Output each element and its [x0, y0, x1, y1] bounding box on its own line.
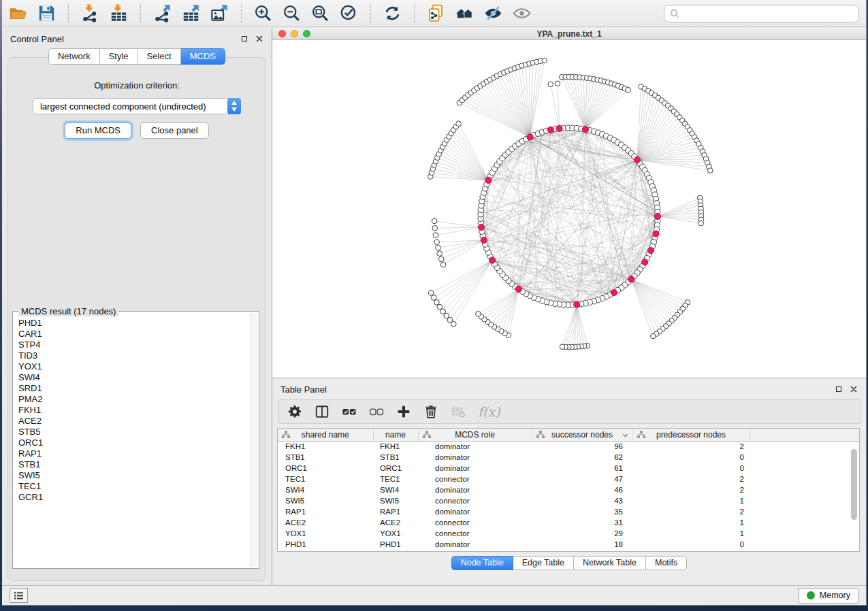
column-header-predecessor-nodes[interactable]: predecessor nodes: [632, 429, 750, 441]
export-table-icon[interactable]: [182, 4, 200, 22]
table-cell[interactable]: TEC1: [373, 474, 418, 484]
clone-network-icon[interactable]: [427, 4, 445, 22]
mcds-result-node[interactable]: SRD1: [18, 383, 248, 394]
open-folder-icon[interactable]: [9, 4, 27, 22]
plus-icon[interactable]: [396, 404, 411, 419]
table-cell[interactable]: 18: [532, 539, 632, 550]
table-cell[interactable]: 61: [532, 463, 632, 474]
search-box[interactable]: [664, 5, 859, 22]
table-cell[interactable]: connector: [418, 495, 532, 506]
show-eye-icon[interactable]: [513, 4, 531, 22]
export-network-icon[interactable]: [153, 4, 172, 22]
table-row[interactable]: TEC1TEC1connector472: [278, 474, 859, 484]
table-cell[interactable]: dominator: [418, 539, 532, 550]
mcds-result-node[interactable]: PHD1: [18, 318, 248, 329]
table-cell[interactable]: ACE2: [278, 517, 373, 528]
result-scrollbar[interactable]: [250, 313, 257, 567]
mcds-result-node[interactable]: GCR1: [18, 492, 248, 503]
export-image-icon[interactable]: [210, 4, 229, 22]
table-cell[interactable]: 35: [532, 506, 632, 517]
column-header-name[interactable]: name: [373, 429, 418, 441]
tab-network-table[interactable]: Network Table: [574, 556, 646, 570]
table-cell[interactable]: connector: [418, 474, 532, 484]
tab-select[interactable]: Select: [138, 48, 181, 65]
criterion-select[interactable]: largest connected component (undirected): [33, 98, 241, 114]
refresh-icon[interactable]: [383, 4, 402, 22]
check-pair-icon[interactable]: [342, 404, 357, 419]
table-row[interactable]: RAP1RAP1dominator352: [278, 506, 859, 517]
table-cell[interactable]: dominator: [418, 506, 532, 517]
float-panel-icon[interactable]: [240, 35, 248, 43]
column-header-shared-name[interactable]: shared name: [278, 429, 373, 441]
zoom-out-icon[interactable]: [283, 4, 301, 22]
table-cell[interactable]: SWI4: [373, 484, 418, 495]
mcds-result-node[interactable]: SWI5: [18, 470, 248, 481]
table-cell[interactable]: STB1: [278, 452, 373, 463]
column-header-successor-nodes[interactable]: successor nodes: [532, 429, 632, 441]
table-cell[interactable]: 31: [532, 517, 632, 528]
table-cell[interactable]: RAP1: [278, 506, 373, 517]
table-cell[interactable]: dominator: [418, 484, 532, 495]
mcds-result-node[interactable]: YOX1: [18, 361, 248, 372]
search-input[interactable]: [680, 8, 854, 18]
table-row[interactable]: ORC1ORC1dominator610: [278, 463, 859, 474]
mcds-result-node[interactable]: STB1: [18, 459, 248, 470]
memory-button[interactable]: Memory: [799, 588, 858, 604]
table-cell[interactable]: dominator: [418, 452, 532, 463]
table-cell[interactable]: connector: [418, 517, 532, 528]
table-cell[interactable]: ORC1: [373, 463, 418, 474]
table-row[interactable]: ACE2ACE2connector311: [278, 517, 859, 528]
import-network-icon[interactable]: [81, 4, 99, 22]
table-cell[interactable]: 2: [632, 484, 750, 495]
sort-descending-icon[interactable]: [621, 431, 630, 440]
maximize-window-icon[interactable]: [303, 30, 310, 37]
mcds-result-node[interactable]: ORC1: [18, 437, 248, 448]
table-cell[interactable]: dominator: [418, 441, 532, 452]
table-cell[interactable]: 0: [632, 539, 750, 550]
table-row[interactable]: FKH1FKH1dominator962: [278, 441, 859, 452]
tab-mcds[interactable]: MCDS: [181, 48, 225, 65]
table-scrollbar[interactable]: [851, 449, 857, 520]
table-cell[interactable]: 2: [632, 506, 750, 517]
minimize-window-icon[interactable]: [291, 30, 298, 37]
table-cell[interactable]: SWI5: [278, 495, 373, 506]
table-row[interactable]: YOX1YOX1connector291: [278, 528, 859, 539]
mcds-result-node[interactable]: SWI4: [18, 372, 248, 383]
table-cell[interactable]: STB1: [373, 452, 418, 463]
table-cell[interactable]: SWI4: [278, 484, 373, 495]
table-row[interactable]: PHD1PHD1dominator180: [278, 539, 859, 550]
table-cell[interactable]: 43: [532, 495, 632, 506]
table-cell[interactable]: 47: [532, 474, 632, 484]
table-row[interactable]: SWI4SWI4dominator462: [278, 484, 859, 495]
mcds-result-node[interactable]: CAR1: [18, 329, 248, 340]
table-cell[interactable]: YOX1: [373, 528, 418, 539]
mcds-result-node[interactable]: TID3: [18, 350, 248, 361]
table-cell[interactable]: 0: [632, 452, 750, 463]
zoom-fit-icon[interactable]: [311, 4, 329, 22]
table-cell[interactable]: PHD1: [278, 539, 373, 550]
column-header-MCDS-role[interactable]: MCDS role: [418, 429, 532, 441]
mcds-result-node[interactable]: RAP1: [18, 448, 248, 459]
tab-style[interactable]: Style: [100, 48, 138, 65]
table-cell[interactable]: YOX1: [278, 528, 373, 539]
tab-motifs[interactable]: Motifs: [646, 556, 687, 570]
run-mcds-button[interactable]: Run MCDS: [65, 122, 131, 139]
close-panel-icon[interactable]: [255, 35, 263, 43]
float-panel-icon[interactable]: [835, 385, 843, 393]
table-cell[interactable]: ORC1: [278, 463, 373, 474]
mcds-result-node[interactable]: ACE2: [18, 416, 248, 427]
table-cell[interactable]: FKH1: [278, 441, 373, 452]
network-canvas[interactable]: [272, 40, 866, 378]
table-row[interactable]: STB1STB1dominator620: [278, 452, 859, 463]
close-panel-button[interactable]: Close panel: [140, 122, 209, 139]
table-row[interactable]: SWI5SWI5connector431: [278, 495, 859, 506]
table-cell[interactable]: PHD1: [373, 539, 418, 550]
table-cell[interactable]: 46: [532, 484, 632, 495]
columns-icon[interactable]: [315, 404, 329, 419]
task-history-button[interactable]: [10, 588, 28, 603]
table-cell[interactable]: RAP1: [373, 506, 418, 517]
table-cell[interactable]: connector: [418, 528, 532, 539]
tab-network[interactable]: Network: [48, 48, 100, 65]
table-cell[interactable]: FKH1: [373, 441, 418, 452]
mcds-result-node[interactable]: TEC1: [18, 481, 248, 492]
